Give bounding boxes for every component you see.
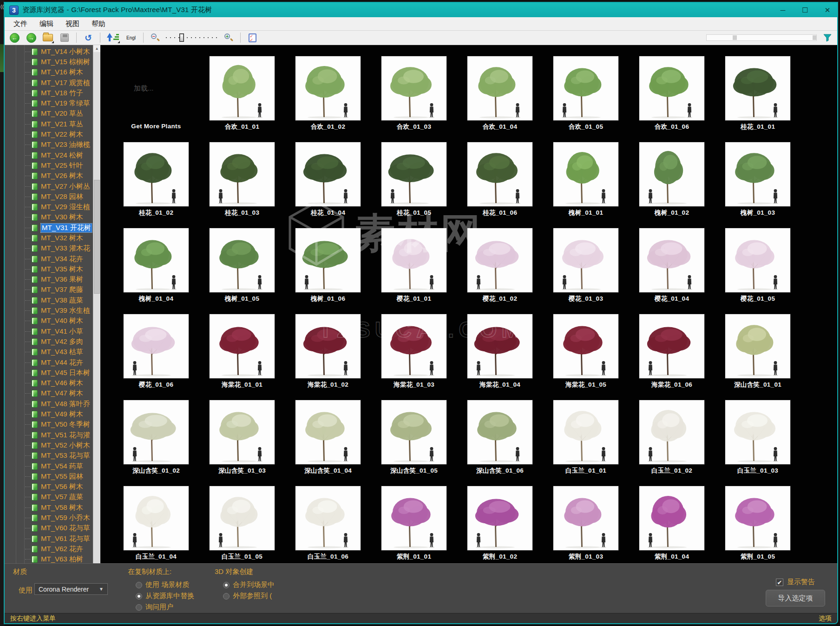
sidebar-item[interactable]: MT_V33 灌木花 [5,244,93,254]
close-button[interactable]: ✕ [822,6,833,14]
plant-item[interactable]: 海棠花_01_02 [295,314,361,390]
plant-thumbnail[interactable] [295,314,361,378]
open-folder-button[interactable] [42,32,54,43]
plant-item[interactable]: 樱花_01_02 [467,228,532,304]
plant-thumbnail[interactable] [210,314,275,378]
plant-thumbnail[interactable] [553,56,618,120]
duplicate-material-radio[interactable]: 使用 场景材质 [136,580,194,589]
plant-item[interactable]: 深山含笑_01_01 [725,314,790,390]
zoom-in-button[interactable]: + [223,32,235,43]
scroll-up-arrow[interactable]: ▲ [93,45,100,52]
sort-ascending-button[interactable] [106,32,120,43]
sidebar-item[interactable]: MT_V56 树木 [5,481,93,492]
plant-thumbnail[interactable] [639,486,704,550]
plant-thumbnail[interactable] [124,400,189,464]
plant-item[interactable]: 桂花_01_05 [381,142,446,218]
plant-thumbnail[interactable] [639,228,704,292]
sidebar-item[interactable]: MT_V37 爬藤 [5,285,93,295]
sidebar-item[interactable]: MT_V29 湿生植 [5,202,93,212]
plant-thumbnail[interactable] [639,56,704,120]
plant-item[interactable]: 槐树_01_01 [553,142,618,218]
plant-thumbnail[interactable] [381,314,446,378]
sidebar-item[interactable]: MT_V62 花卉 [5,544,93,554]
forward-button[interactable]: → [25,32,37,43]
plant-thumbnail[interactable] [381,486,446,550]
plant-item[interactable]: 槐树_01_06 [295,228,361,304]
plant-thumbnail[interactable] [725,400,790,464]
sidebar-item[interactable]: MT_V19 常绿草 [5,98,93,108]
maximize-button[interactable]: ☐ [800,6,810,14]
zoom-out-button[interactable]: − [149,32,161,43]
sidebar-item[interactable]: MT_V35 树木 [5,264,93,274]
plant-item[interactable]: 合欢_01_04 [467,56,532,132]
plant-thumbnail[interactable] [639,142,704,206]
sidebar-item[interactable]: MT_V20 草丛 [5,109,93,119]
minimize-button[interactable]: ─ [778,6,788,14]
plant-item[interactable]: 樱花_01_03 [553,228,618,304]
renderer-dropdown[interactable]: Corona Renderer ▼ [34,583,108,595]
plant-item[interactable]: 合欢_01_03 [381,56,446,132]
sidebar-item[interactable]: MT_V32 树木 [5,233,93,243]
plant-thumbnail[interactable] [295,142,361,206]
sort-language-label[interactable]: Engl [125,34,138,41]
refresh-button[interactable]: ↺ [82,32,94,43]
plant-item[interactable]: 桂花_01_06 [467,142,532,218]
plant-item[interactable]: 合欢_01_05 [553,56,618,132]
plant-thumbnail[interactable] [467,56,532,120]
scrollbar-arrow[interactable] [813,35,816,40]
plant-item[interactable]: 白玉兰_01_04 [124,486,189,562]
plant-thumbnail[interactable] [210,228,275,292]
show-warnings-checkbox[interactable]: ✔ 显示警告 [776,578,815,586]
plant-thumbnail[interactable] [381,400,446,464]
sidebar-item[interactable]: MT_V57 蔬菜 [5,492,93,502]
sidebar-item[interactable]: MT_V21 草丛 [5,119,93,129]
plant-thumbnail[interactable] [295,228,361,292]
back-button[interactable]: ← [8,32,20,43]
plant-item[interactable]: 紫荆_01_02 [467,486,532,562]
plant-item[interactable]: 白玉兰_01_03 [725,400,790,476]
plant-item[interactable]: 樱花_01_05 [725,228,790,304]
plant-thumbnail[interactable] [553,400,618,464]
plant-thumbnail[interactable] [124,314,189,378]
sidebar-item[interactable]: MT_V55 园林 [5,471,93,481]
sidebar-item[interactable]: MT_V34 花卉 [5,254,93,264]
sidebar-item[interactable]: MT_V42 多肉 [5,336,93,347]
plant-item[interactable]: 加载...Get More Plants [124,56,189,132]
menu-item[interactable]: 编辑 [33,17,59,30]
plant-thumbnail[interactable] [210,142,275,206]
sidebar-item[interactable]: MT_V25 针叶 [5,160,93,171]
sidebar-item[interactable]: MT_V41 小草 [5,326,93,336]
plant-item[interactable]: 桂花_01_01 [725,56,790,132]
sidebar-item[interactable]: MT_V60 花与草 [5,523,93,534]
plant-item[interactable]: 白玉兰_01_06 [295,486,361,562]
sidebar-item[interactable]: MT_V28 园林 [5,191,93,202]
title-bar[interactable]: 3 资源库浏览器 - G:\Forest Pack Pro\Maxtree\MT… [5,3,837,17]
plant-thumbnail[interactable] [467,314,532,378]
sidebar-item[interactable]: MT_V54 药草 [5,461,93,471]
slider-handle[interactable] [180,34,184,41]
display-options-button[interactable]: ✓✓ [246,32,258,43]
plant-thumbnail[interactable] [295,56,361,120]
get-more-plants-tile[interactable]: 加载... [124,56,189,120]
plant-item[interactable]: 樱花_01_01 [381,228,446,304]
plant-item[interactable]: 深山含笑_01_06 [467,400,532,476]
plant-item[interactable]: 桂花_01_02 [124,142,189,218]
plant-thumbnail[interactable] [553,486,618,550]
sidebar-item[interactable]: MT_V61 花与草 [5,534,93,544]
plant-thumbnail[interactable] [124,486,189,550]
menu-item[interactable]: 文件 [7,17,33,30]
sidebar-item[interactable]: MT_V52 小树木 [5,440,93,450]
sidebar-scrollbar[interactable]: ▲ [93,45,100,563]
plant-thumbnail[interactable] [553,228,618,292]
sidebar-item[interactable]: MT_V23 油橄榄 [5,140,93,150]
plant-item[interactable]: 深山含笑_01_04 [295,400,361,476]
plant-thumbnail[interactable] [210,56,275,120]
sidebar-item[interactable]: MT_V43 枯草 [5,347,93,357]
menu-item[interactable]: 帮助 [85,17,112,30]
sidebar-item[interactable]: MT_V45 日本树 [5,368,93,378]
plant-thumbnail[interactable] [467,400,532,464]
sidebar-item[interactable]: MT_V51 花与灌 [5,430,93,440]
plant-thumbnail[interactable] [124,142,189,206]
duplicate-material-radio[interactable]: 从资源库中替换 [136,592,194,600]
thumbnail-size-slider[interactable] [166,33,218,42]
